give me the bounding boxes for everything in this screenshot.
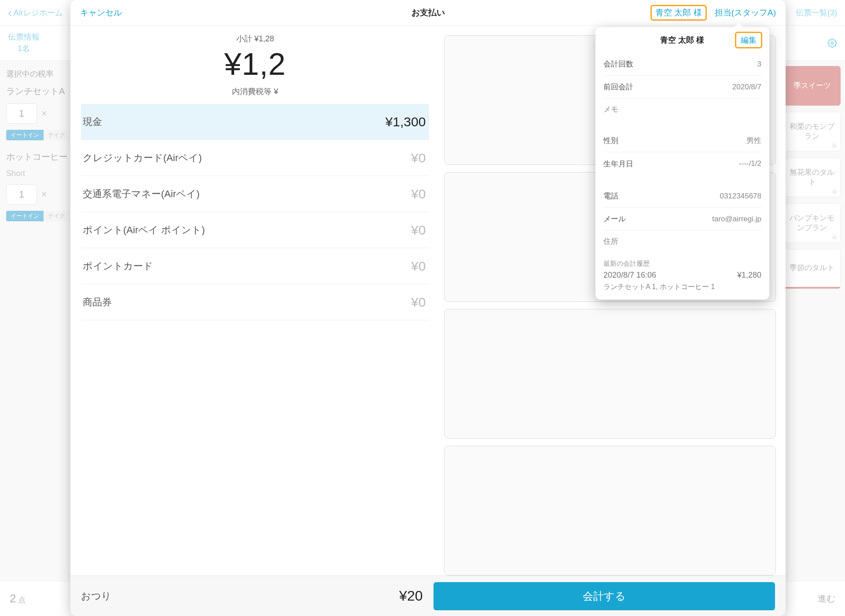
row-label: 生年月日 [603,159,633,169]
checkout-button[interactable]: 会計する [434,582,775,610]
pay-method-label: 商品券 [83,296,112,309]
grand-total: ¥1,2 [81,47,429,82]
payment-methods-list: 現金 ¥1,300 クレジットカード(Airペイ) ¥0 交通系電子マネー(Ai… [81,104,429,320]
subtotal-label: 小計 ¥1,28 [81,33,429,44]
memo-label: メモ [603,99,761,120]
row-value: 2020/8/7 [732,83,761,92]
customer-row: メール taro@airregi.jp [603,208,761,231]
row-label: 電話 [603,191,618,201]
pay-method-label: 現金 [83,115,102,128]
pay-method-amount: ¥0 [411,223,426,238]
change-display: おつり ¥20 [81,588,423,604]
customer-row: 前回会計 2020/8/7 [603,76,761,99]
customer-row: 会計回数 3 [603,53,761,76]
row-value: 0312345678 [720,192,761,201]
cancel-button[interactable]: キャンセル [80,7,122,18]
sheet-header: キャンセル お支払い 青空 太郎 様 担当(スタッフA) [70,0,786,26]
pay-method-amount: ¥0 [411,259,426,274]
row-label: メール [603,214,626,224]
pay-method-cash[interactable]: 現金 ¥1,300 [81,104,429,140]
row-label: 会計回数 [603,59,633,69]
totals-block: 小計 ¥1,28 ¥1,2 内消費税等 ¥ [81,33,429,97]
row-value: ----/1/2 [739,159,761,168]
pay-method-amount: ¥0 [411,150,426,165]
pay-method-credit[interactable]: クレジットカード(Airペイ) ¥0 [81,140,429,176]
row-value: 3 [757,60,761,69]
pay-method-pointcard[interactable]: ポイントカード ¥0 [81,248,429,284]
history-entry[interactable]: 2020/8/7 16:06 ¥1,280 ランチセットA 1, ホットコーヒー… [595,271,769,300]
keypad-placeholder[interactable] [444,446,776,576]
row-value: 男性 [746,136,761,146]
row-label: 性別 [603,136,618,146]
pay-method-label: クレジットカード(Airペイ) [83,151,202,165]
history-heading: 最新の会計履歴 [595,252,769,271]
pay-method-voucher[interactable]: 商品券 ¥0 [81,284,429,320]
row-value: taro@airregi.jp [712,215,761,224]
history-amount: ¥1,280 [737,271,761,280]
row-label: 前回会計 [603,82,633,92]
change-label: おつり [81,590,111,603]
history-time: 2020/8/7 16:06 [603,271,656,280]
sheet-footer: おつり ¥20 会計する [70,576,786,616]
customer-row: 電話 0312345678 [603,185,761,208]
customer-name: 青空 太郎 様 [660,35,704,45]
customer-popover: 青空 太郎 様 編集 会計回数 3 前回会計 2020/8/7 メモ 性別 男性… [595,27,769,300]
change-value: ¥20 [399,588,422,604]
customer-row: 性別 男性 [603,129,761,152]
sheet-title: お支払い [411,7,445,18]
customer-name-button[interactable]: 青空 太郎 様 [650,5,707,21]
payment-left-pane: 小計 ¥1,28 ¥1,2 内消費税等 ¥ 現金 ¥1,300 クレジットカード… [70,26,440,576]
history-detail: ランチセットA 1, ホットコーヒー 1 [603,282,761,292]
pay-method-label: ポイント(Airペイ ポイント) [83,224,205,237]
pay-method-amount: ¥0 [411,187,426,202]
pay-method-amount: ¥0 [411,295,426,310]
pay-method-amount: ¥1,300 [386,114,426,129]
staff-button[interactable]: 担当(スタッフA) [715,7,776,18]
pay-method-emoney[interactable]: 交通系電子マネー(Airペイ) ¥0 [81,176,429,212]
edit-button[interactable]: 編集 [735,32,762,48]
tax-included-label: 内消費税等 ¥ [81,86,429,97]
keypad-placeholder[interactable] [444,309,776,439]
pay-method-point[interactable]: ポイント(Airペイ ポイント) ¥0 [81,212,429,248]
pay-method-label: ポイントカード [83,260,153,273]
popover-header: 青空 太郎 様 編集 [595,27,769,53]
pay-method-label: 交通系電子マネー(Airペイ) [83,187,200,201]
address-label: 住所 [603,231,761,252]
customer-row: 生年月日 ----/1/2 [603,152,761,175]
